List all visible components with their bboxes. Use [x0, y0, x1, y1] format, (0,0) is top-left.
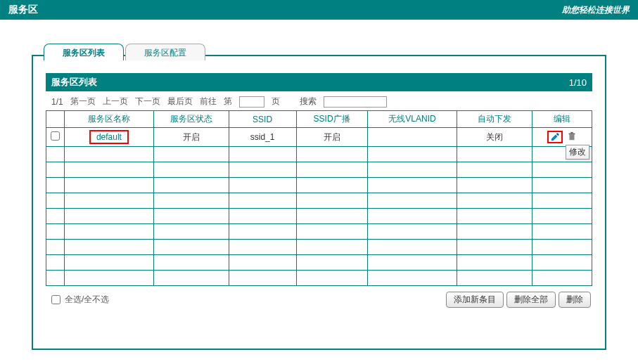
- col-check: [46, 111, 65, 128]
- cell-status: 开启: [154, 128, 229, 147]
- add-button[interactable]: 添加新条目: [446, 292, 504, 308]
- page-info: 1/10: [569, 77, 587, 88]
- page-prefix: 第: [224, 96, 232, 108]
- tab-service-list[interactable]: 服务区列表: [44, 44, 124, 60]
- cell-broadcast: 开启: [296, 128, 367, 147]
- service-name-link[interactable]: default: [89, 130, 129, 144]
- main-panel: 服务区列表 服务区配置 服务区列表 1/10 1/1 第一页 上一页 下一页 最…: [32, 55, 606, 350]
- table-row: [46, 224, 592, 240]
- tab-bar: 服务区列表 服务区配置: [44, 44, 615, 60]
- top-bar: 服务区 助您轻松连接世界: [0, 0, 638, 20]
- page-suffix: 页: [272, 96, 280, 108]
- svg-rect-0: [569, 134, 574, 140]
- col-auto[interactable]: 自动下发: [457, 111, 532, 128]
- section-title: 服务区列表: [51, 76, 97, 89]
- edit-tooltip: 修改: [566, 145, 589, 160]
- col-ssid[interactable]: SSID: [229, 111, 296, 128]
- table-row: [46, 255, 592, 271]
- table-header-row: 服务区名称 服务区状态 SSID SSID广播 无线VLANID 自动下发 编辑: [46, 111, 592, 128]
- tagline: 助您轻松连接世界: [562, 4, 630, 16]
- col-edit: 编辑: [532, 111, 592, 128]
- go-link[interactable]: 前往: [200, 96, 217, 108]
- col-status[interactable]: 服务区状态: [154, 111, 229, 128]
- tab-service-config[interactable]: 服务区配置: [125, 44, 205, 60]
- select-all-checkbox[interactable]: [51, 295, 60, 304]
- cell-auto: 关闭: [457, 128, 532, 147]
- table-row: [46, 147, 592, 162]
- table-row: [46, 209, 592, 224]
- footer-bar: 全选/全不选 添加新条目 删除全部 删除: [46, 286, 592, 308]
- col-vlan[interactable]: 无线VLANID: [367, 111, 457, 128]
- table-row: [46, 193, 592, 209]
- last-page-link[interactable]: 最后页: [167, 96, 193, 108]
- table-row: [46, 162, 592, 178]
- service-table: 服务区名称 服务区状态 SSID SSID广播 无线VLANID 自动下发 编辑…: [46, 110, 592, 286]
- svg-rect-2: [570, 131, 573, 133]
- col-broadcast[interactable]: SSID广播: [296, 111, 367, 128]
- edit-button[interactable]: [547, 131, 563, 143]
- table-row: [46, 271, 592, 286]
- search-input[interactable]: [324, 96, 387, 108]
- pencil-icon: [550, 132, 560, 142]
- delete-all-button[interactable]: 删除全部: [506, 292, 556, 308]
- first-page-link[interactable]: 第一页: [70, 96, 96, 108]
- table-row: [46, 178, 592, 193]
- cell-ssid: ssid_1: [229, 128, 296, 147]
- table-row: default 开启 ssid_1 开启 关闭: [46, 128, 592, 147]
- go-page-input[interactable]: [239, 96, 264, 108]
- cell-vlan: [367, 128, 457, 147]
- col-name[interactable]: 服务区名称: [64, 111, 154, 128]
- table-row: [46, 240, 592, 255]
- next-page-link[interactable]: 下一页: [135, 96, 160, 108]
- page-counter: 1/1: [51, 97, 63, 107]
- trash-icon: [567, 131, 577, 141]
- delete-button[interactable]: [567, 131, 577, 143]
- row-checkbox[interactable]: [51, 131, 60, 141]
- svg-rect-1: [569, 133, 575, 134]
- page-title: 服务区: [8, 4, 38, 16]
- search-label: 搜索: [300, 96, 317, 108]
- content-box: 服务区列表 1/10 1/1 第一页 上一页 下一页 最后页 前往 第 页 搜索: [46, 73, 592, 308]
- prev-page-link[interactable]: 上一页: [103, 96, 128, 108]
- section-header: 服务区列表 1/10: [46, 73, 592, 91]
- delete-selected-button[interactable]: 删除: [559, 292, 591, 308]
- pagination-bar: 1/1 第一页 上一页 下一页 最后页 前往 第 页 搜索: [46, 91, 592, 110]
- select-all-label: 全选/全不选: [65, 294, 109, 306]
